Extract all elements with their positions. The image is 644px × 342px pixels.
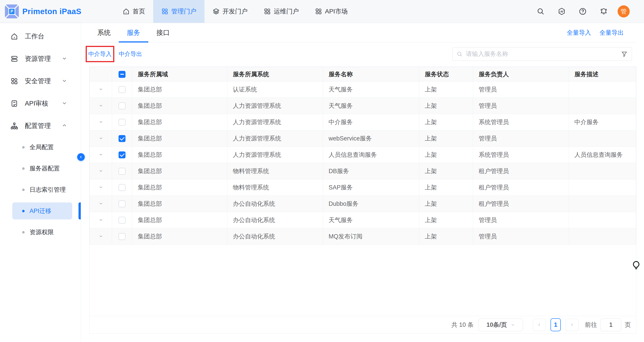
tab-interface[interactable]: 接口 — [148, 23, 178, 42]
cell-desc — [569, 228, 636, 245]
page-size-select[interactable]: 10条/页 — [478, 318, 523, 331]
help-icon[interactable] — [576, 4, 590, 18]
sidebar-item-configuration[interactable]: 配置管理 — [0, 115, 81, 137]
cell-name: SAP服务 — [323, 180, 419, 196]
row-checkbox[interactable] — [118, 200, 126, 207]
current-page-button[interactable]: 1 — [550, 318, 561, 331]
hint-lightbulb-icon[interactable] — [632, 260, 640, 271]
row-checkbox[interactable] — [118, 217, 126, 224]
home-icon — [10, 33, 18, 40]
row-checkbox[interactable] — [118, 102, 126, 110]
nav-item-dev-portal[interactable]: 开发门户 — [204, 0, 256, 23]
bell-icon[interactable] — [596, 4, 611, 18]
sidebar-item-resources[interactable]: 资源管理 — [0, 48, 81, 70]
sidebar-subitem-label: API迁移 — [30, 207, 52, 215]
chevron-down-icon — [62, 101, 67, 106]
sidebar-item-api-review[interactable]: API审核 — [0, 92, 81, 115]
row-checkbox-cell — [112, 114, 132, 130]
nav-item-home[interactable]: 首页 — [114, 0, 153, 23]
chevron-down-icon — [62, 56, 67, 62]
table-row: 集团总部办公自动化系统MQ发布订阅上架管理员 — [90, 228, 636, 245]
grid-icon — [161, 8, 168, 15]
server-icon — [10, 55, 18, 63]
grid-icon — [315, 8, 322, 15]
filter-icon[interactable] — [621, 51, 628, 58]
nav-item-api-market[interactable]: API市场 — [307, 0, 356, 23]
row-expand-chevron-icon[interactable] — [99, 201, 103, 206]
cell-system: 物料管理系统 — [227, 163, 323, 180]
cell-status: 上架 — [419, 130, 473, 147]
nav-item-admin-portal[interactable]: 管理门户 — [153, 0, 204, 23]
search-icon[interactable] — [534, 4, 548, 18]
sidebar-subitem-resource-permission[interactable]: 资源权限 — [12, 224, 72, 241]
nav-item-label: API市场 — [325, 7, 348, 16]
dot-icon — [22, 146, 24, 148]
sidebar-subitem-api-migration[interactable]: API迁移 — [12, 202, 72, 220]
table-header-row: 服务所属域服务所属系统服务名称服务状态服务负责人服务描述 — [90, 67, 636, 82]
cell-status: 上架 — [419, 82, 473, 98]
cell-domain: 集团总部 — [132, 98, 227, 114]
row-expand-chevron-icon[interactable] — [99, 185, 103, 190]
svg-text:P: P — [10, 9, 13, 14]
cell-name: 人员信息查询服务 — [323, 147, 419, 163]
avatar[interactable]: 管 — [618, 5, 630, 18]
sidebar-collapse-button[interactable] — [77, 153, 85, 161]
cell-status: 上架 — [419, 147, 473, 163]
row-checkbox[interactable] — [118, 119, 126, 126]
sidebar-subitem-log-index[interactable]: 日志索引管理 — [12, 181, 72, 198]
broker-export-button[interactable]: 中介导出 — [119, 50, 142, 58]
row-expand-chevron-icon[interactable] — [99, 169, 103, 173]
row-expand-chevron-icon[interactable] — [99, 234, 103, 238]
prev-page-button[interactable] — [533, 319, 546, 331]
row-expand-chevron-icon[interactable] — [99, 152, 103, 157]
cell-name: 中介服务 — [323, 114, 419, 130]
app-header: P Primeton iPaaS 首页 管理门户 — [0, 0, 644, 23]
tab-system[interactable]: 系统 — [89, 23, 119, 42]
row-checkbox[interactable] — [118, 135, 126, 142]
row-expand-cell — [90, 147, 112, 163]
row-expand-cell — [90, 114, 112, 130]
cell-status: 上架 — [419, 163, 473, 180]
nav-item-ops-portal[interactable]: 运维门户 — [256, 0, 307, 23]
sidebar-subitem-global-config[interactable]: 全局配置 — [12, 139, 72, 156]
row-expand-chevron-icon[interactable] — [99, 120, 103, 124]
goto-page-input[interactable] — [600, 318, 621, 331]
sidebar-item-security[interactable]: 安全管理 — [0, 70, 81, 92]
grid-icon — [264, 8, 271, 15]
tab-service[interactable]: 服务 — [119, 23, 148, 42]
row-checkbox[interactable] — [118, 184, 126, 191]
row-checkbox[interactable] — [118, 86, 126, 93]
row-expand-chevron-icon[interactable] — [99, 218, 103, 222]
row-checkbox[interactable] — [118, 233, 126, 240]
select-all-checkbox[interactable] — [118, 71, 126, 78]
sidebar-item-workbench[interactable]: 工作台 — [0, 25, 81, 48]
row-expand-chevron-icon[interactable] — [99, 136, 103, 140]
full-import-link[interactable]: 全量导入 — [567, 29, 591, 37]
row-expand-cell — [90, 228, 112, 245]
cell-desc — [569, 196, 636, 212]
row-expand-chevron-icon[interactable] — [99, 87, 103, 92]
next-page-button[interactable] — [566, 319, 578, 331]
cell-domain: 集团总部 — [132, 82, 227, 98]
cell-desc — [569, 130, 636, 147]
broker-import-button[interactable]: 中介导入 — [88, 50, 112, 58]
sidebar-submenu-configuration: 全局配置 服务器配置 日志索引管理 API迁移 资源权限 — [0, 139, 81, 241]
service-search-input[interactable] — [466, 50, 621, 58]
cell-owner: 租户管理员 — [473, 196, 569, 212]
ai-assistant-icon[interactable]: AI — [554, 4, 569, 18]
cell-system: 人力资源管理系统 — [227, 98, 323, 114]
sidebar-subitem-server-config[interactable]: 服务器配置 — [12, 160, 72, 177]
tab-label: 服务 — [127, 28, 140, 37]
row-checkbox-cell — [112, 163, 132, 180]
cell-status: 上架 — [419, 196, 473, 212]
row-checkbox-cell — [112, 130, 132, 147]
row-checkbox[interactable] — [118, 168, 126, 175]
cell-name: 天气服务 — [323, 212, 419, 228]
cell-status: 上架 — [419, 212, 473, 228]
full-export-link[interactable]: 全量导出 — [600, 29, 624, 37]
row-expand-chevron-icon[interactable] — [99, 103, 103, 108]
table-row: 集团总部物料管理系统SAP服务上架租户管理员 — [90, 180, 636, 196]
page-unit-label: 页 — [625, 321, 631, 329]
row-expand-cell — [90, 196, 112, 212]
row-checkbox[interactable] — [118, 152, 126, 158]
